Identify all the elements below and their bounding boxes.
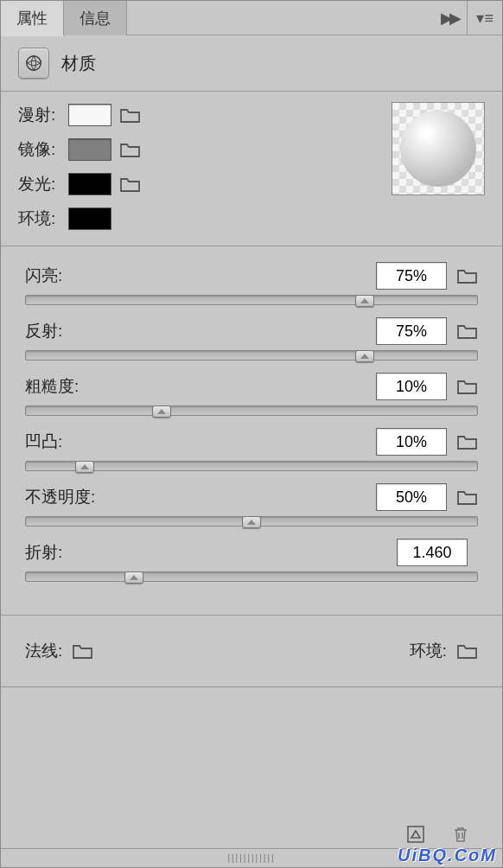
resize-grip[interactable]: |||||||||||| UiBQ.CoM	[1, 848, 502, 867]
slider-reflect: 反射:	[25, 317, 478, 361]
slider-thumb[interactable]	[242, 516, 261, 528]
reflect-input[interactable]	[376, 317, 447, 345]
roughness-track[interactable]	[25, 405, 478, 416]
folder-icon[interactable]	[457, 267, 478, 284]
render-settings-icon[interactable]	[405, 824, 426, 845]
folder-icon[interactable]	[457, 322, 478, 340]
panel-title: 材质	[61, 52, 96, 75]
folder-icon[interactable]	[120, 106, 141, 124]
diffuse-label: 漫射:	[18, 104, 68, 126]
swatch-row-diffuse: 漫射:	[18, 102, 141, 128]
svg-point-0	[27, 56, 41, 71]
reflect-track[interactable]	[25, 350, 478, 361]
opacity-track[interactable]	[25, 516, 478, 527]
slider-opacity: 不透明度:	[25, 483, 478, 527]
panel-header: 材质	[1, 35, 502, 92]
slider-thumb[interactable]	[152, 405, 171, 418]
tab-bar: 属性 信息 ▶▶ ▾≡	[1, 1, 502, 35]
material-preview[interactable]	[392, 102, 485, 195]
mirror-swatch[interactable]	[68, 138, 111, 161]
collapse-icon[interactable]: ▶▶	[432, 9, 467, 28]
swatch-section: 漫射: 镜像: 发光: 环境:	[1, 92, 502, 246]
reflect-label: 反射:	[25, 320, 62, 342]
swatch-row-ambient: 环境:	[18, 206, 141, 232]
tab-info[interactable]: 信息	[64, 1, 127, 35]
slider-thumb[interactable]	[355, 350, 374, 362]
glow-swatch[interactable]	[68, 173, 111, 195]
refraction-label: 折射:	[25, 541, 62, 564]
opacity-label: 不透明度:	[25, 486, 95, 508]
watermark: UiBQ.CoM	[398, 846, 497, 865]
slider-shine: 闪亮:	[25, 262, 478, 305]
preview-sphere	[400, 111, 476, 187]
normal-label: 法线:	[25, 640, 62, 662]
sliders-section: 闪亮: 反射: 粗糙度: 凹凸:	[1, 246, 502, 616]
refraction-input[interactable]	[397, 539, 468, 566]
slider-bump: 凹凸:	[25, 428, 478, 471]
ambient-swatch[interactable]	[68, 207, 111, 230]
swatch-row-mirror: 镜像:	[18, 137, 141, 163]
bump-track[interactable]	[25, 461, 478, 471]
material-icon[interactable]	[18, 48, 49, 79]
folder-icon[interactable]	[457, 642, 478, 660]
trash-icon[interactable]	[450, 824, 471, 845]
roughness-label: 粗糙度:	[25, 375, 79, 398]
shine-track[interactable]	[25, 295, 478, 305]
folder-icon[interactable]	[73, 642, 93, 660]
svg-rect-1	[408, 827, 423, 842]
slider-thumb[interactable]	[75, 461, 94, 473]
panel-menu-icon[interactable]: ▾≡	[467, 1, 502, 35]
bump-label: 凹凸:	[25, 431, 62, 453]
folder-icon[interactable]	[457, 378, 478, 395]
mirror-label: 镜像:	[18, 138, 68, 161]
swatch-row-glow: 发光:	[18, 171, 141, 197]
slider-thumb[interactable]	[355, 295, 374, 307]
glow-label: 发光:	[18, 173, 68, 195]
ambient-label: 环境:	[18, 207, 68, 230]
slider-refraction: 折射:	[25, 539, 478, 582]
folder-icon[interactable]	[457, 488, 478, 506]
panel-footer: |||||||||||| UiBQ.CoM	[1, 819, 502, 867]
opacity-input[interactable]	[376, 483, 447, 511]
roughness-input[interactable]	[376, 373, 447, 400]
bump-input[interactable]	[376, 428, 447, 456]
diffuse-swatch[interactable]	[68, 104, 111, 126]
folder-icon[interactable]	[457, 433, 478, 450]
folder-icon[interactable]	[120, 141, 141, 158]
shine-input[interactable]	[376, 262, 447, 290]
normal-section: 法线: 环境:	[1, 616, 502, 687]
slider-roughness: 粗糙度:	[25, 373, 478, 416]
tab-properties[interactable]: 属性	[1, 1, 64, 36]
refraction-track[interactable]	[25, 571, 478, 582]
shine-label: 闪亮:	[25, 265, 62, 287]
slider-thumb[interactable]	[124, 571, 143, 584]
folder-icon[interactable]	[120, 176, 141, 193]
env-label: 环境:	[410, 640, 447, 662]
